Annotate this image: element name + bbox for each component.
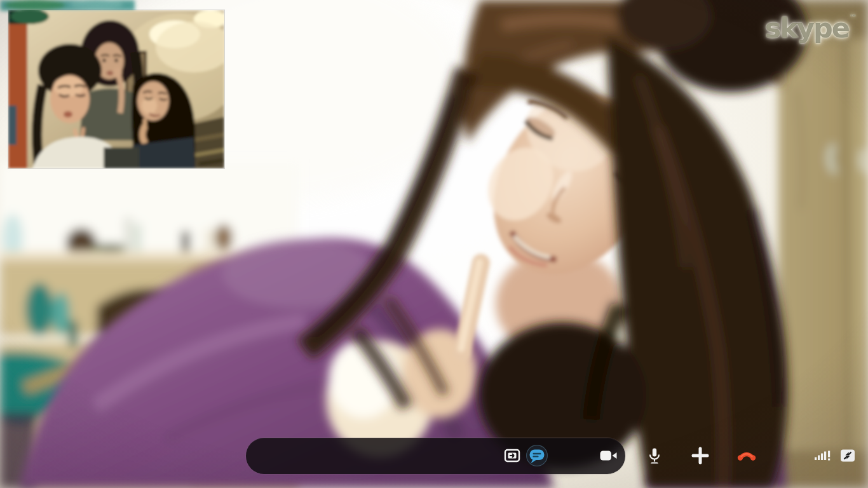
skype-logo-text: skype	[765, 12, 849, 44]
video-camera-icon	[597, 444, 620, 467]
exit-fullscreen-button[interactable]	[836, 444, 859, 467]
shrink-icon	[836, 444, 859, 467]
skype-logo-watermark: skype™	[765, 14, 857, 42]
plus-icon	[689, 444, 712, 467]
video-camera-button[interactable]	[597, 444, 620, 467]
popout-icon	[501, 444, 524, 467]
call-control-bar	[246, 438, 625, 474]
call-quality-button[interactable]	[811, 444, 834, 467]
popout-video-button[interactable]	[501, 444, 524, 467]
add-participants-button[interactable]	[689, 444, 712, 467]
hangup-phone-icon	[735, 444, 758, 467]
hang-up-button[interactable]	[735, 444, 758, 467]
signal-bars-icon	[811, 444, 834, 467]
trademark-symbol: ™	[850, 13, 857, 22]
chat-bubble-icon	[526, 444, 548, 467]
microphone-button[interactable]	[643, 444, 666, 467]
self-video-preview[interactable]	[8, 10, 224, 168]
microphone-icon	[643, 444, 666, 467]
video-call-window: skype™	[0, 0, 868, 488]
chat-button[interactable]	[526, 444, 548, 467]
